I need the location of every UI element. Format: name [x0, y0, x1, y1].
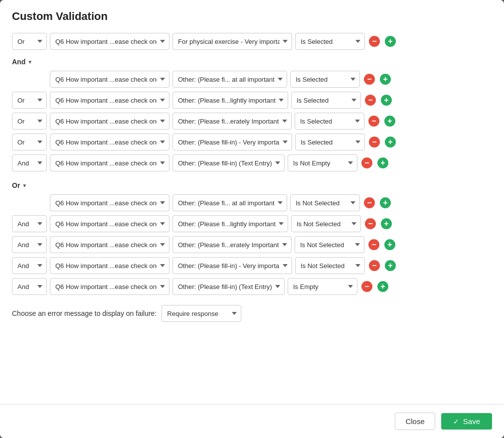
minus-icon: − — [369, 36, 380, 47]
minus-icon: − — [365, 95, 376, 106]
plus-icon: + — [385, 36, 396, 47]
and-row4-condition-select[interactable]: Is Selected Is Not Selected Is Not Empty… — [295, 134, 365, 150]
minus-icon: − — [364, 74, 375, 85]
and-section-header: And ▼ — [12, 58, 492, 66]
close-button[interactable]: Close — [395, 413, 435, 430]
and-row4-question-select[interactable]: Q6 How important ...ease check one... — [50, 134, 169, 150]
or-row3-add-button[interactable]: + — [383, 238, 396, 251]
and-row-3: Or And Q6 How important ...ease check on… — [12, 113, 492, 130]
and-row2-add-button[interactable]: + — [380, 94, 393, 107]
modal-header: Custom Validation — [0, 0, 504, 29]
or-row-2: And Or Q6 How important ...ease check on… — [12, 215, 492, 232]
minus-icon: − — [369, 137, 380, 147]
top-question-select[interactable]: Q6 How important ...ease check one... — [50, 33, 169, 50]
and-row-4: Or And Q6 How important ...ease check on… — [12, 134, 492, 150]
and-row3-remove-button[interactable]: − — [367, 115, 380, 128]
or-row1-remove-button[interactable]: − — [363, 196, 376, 209]
minus-icon: − — [368, 239, 379, 250]
and-row-5: And Or Q6 How important ...ease check on… — [12, 154, 492, 171]
checkmark-icon: ✓ — [453, 418, 459, 426]
and-row2-question-select[interactable]: Q6 How important ...ease check one... — [50, 92, 169, 109]
and-row4-option-select[interactable]: Other: (Please fill-in) - Very important — [172, 134, 292, 150]
and-row1-option-select[interactable]: Other: (Please fi... at all important — [172, 71, 287, 88]
error-message-row: Choose an error message to display on fa… — [12, 305, 492, 322]
and-row5-condition-select[interactable]: Is Not Empty Is Empty Is Selected Is Not… — [288, 154, 357, 171]
modal-title: Custom Validation — [12, 10, 492, 23]
or-row3-option-select[interactable]: Other: (Please fi...erately Important — [172, 236, 292, 253]
and-row5-connector-select[interactable]: And Or — [12, 154, 47, 171]
or-row2-remove-button[interactable]: − — [364, 217, 377, 230]
or-row5-condition-select[interactable]: Is Empty Is Not Empty Is Selected Is Not… — [288, 278, 357, 295]
minus-icon: − — [361, 157, 372, 168]
plus-icon: + — [381, 218, 392, 229]
or-row4-option-select[interactable]: Other: (Please fill-in) - Very important — [172, 257, 292, 274]
and-row1-add-button[interactable]: + — [379, 73, 392, 86]
or-row3-connector-select[interactable]: And Or — [12, 236, 47, 253]
or-row3-condition-select[interactable]: Is Not Selected Is Selected Is Not Empty… — [295, 236, 364, 253]
and-row5-option-select[interactable]: Other: (Please fill-in) (Text Entry) — [172, 154, 285, 171]
or-row3-remove-button[interactable]: − — [367, 238, 380, 251]
or-row3-question-select[interactable]: Q6 How important ...ease check one... — [50, 236, 169, 253]
and-row2-option-select[interactable]: Other: (Please fi...lightly important — [172, 92, 288, 109]
and-row-2: Or And Q6 How important ...ease check on… — [12, 92, 492, 109]
plus-icon: + — [380, 197, 391, 208]
and-row5-add-button[interactable]: + — [376, 156, 389, 169]
or-row1-question-select[interactable]: Q6 How important ...ease check one... — [50, 194, 169, 211]
and-row3-connector-select[interactable]: Or And — [12, 113, 47, 130]
and-row1-question-select[interactable]: Q6 How important ...ease check one... — [50, 71, 169, 88]
minus-icon: − — [361, 281, 372, 292]
plus-icon: + — [381, 95, 392, 106]
or-row4-remove-button[interactable]: − — [368, 259, 381, 272]
and-row3-option-select[interactable]: Other: (Please fi...erately Important — [172, 113, 292, 130]
or-row2-option-select[interactable]: Other: (Please fi...lightly important — [172, 215, 288, 232]
plus-icon: + — [377, 157, 388, 168]
minus-icon: − — [369, 260, 380, 271]
and-row-1: Q6 How important ...ease check one... Ot… — [12, 71, 492, 88]
error-message-select[interactable]: Require response Custom message — [162, 305, 241, 322]
or-row1-condition-select[interactable]: Is Not Selected Is Selected Is Not Empty… — [290, 194, 360, 211]
and-row4-add-button[interactable]: + — [384, 136, 397, 148]
minus-icon: − — [368, 116, 379, 127]
top-condition-row: Or And Q6 How important ...ease check on… — [12, 29, 492, 50]
top-option-select[interactable]: For physical exercise - Very important — [172, 33, 292, 50]
or-row5-remove-button[interactable]: − — [360, 280, 373, 293]
and-row4-connector-select[interactable]: Or And — [12, 134, 47, 150]
and-row1-remove-button[interactable]: − — [363, 73, 376, 86]
and-row3-question-select[interactable]: Q6 How important ...ease check one... — [50, 113, 169, 130]
or-row4-add-button[interactable]: + — [384, 259, 397, 272]
and-row5-question-select[interactable]: Q6 How important ...ease check one... — [50, 154, 169, 171]
top-add-button[interactable]: + — [384, 35, 397, 48]
or-row4-connector-select[interactable]: And Or — [12, 257, 47, 274]
and-row3-add-button[interactable]: + — [383, 115, 396, 128]
modal-body: Or And Q6 How important ...ease check on… — [0, 29, 504, 404]
and-row3-condition-select[interactable]: Is Selected Is Not Selected Is Not Empty… — [295, 113, 364, 130]
or-label: Or ▼ — [12, 181, 27, 189]
or-row4-condition-select[interactable]: Is Not Selected Is Selected Is Not Empty… — [295, 257, 365, 274]
or-row5-option-select[interactable]: Other: (Please fill-in) (Text Entry) — [172, 278, 285, 295]
plus-icon: + — [380, 74, 391, 85]
or-row2-connector-select[interactable]: And Or — [12, 215, 47, 232]
and-row5-remove-button[interactable]: − — [360, 156, 373, 169]
or-row2-question-select[interactable]: Q6 How important ...ease check one... — [50, 215, 169, 232]
or-row1-option-select[interactable]: Other: (Please fi... at all important — [172, 194, 287, 211]
and-dropdown-arrow: ▼ — [27, 59, 32, 65]
save-button[interactable]: ✓ Save — [441, 413, 492, 430]
and-row4-remove-button[interactable]: − — [368, 136, 381, 148]
or-row5-connector-select[interactable]: And Or — [12, 278, 47, 295]
or-row5-question-select[interactable]: Q6 How important ...ease check one... — [50, 278, 169, 295]
and-row1-condition-select[interactable]: Is Selected Is Not Selected Is Not Empty… — [290, 71, 360, 88]
error-message-label: Choose an error message to display on fa… — [12, 309, 157, 317]
and-row2-connector-select[interactable]: Or And — [12, 92, 47, 109]
top-connector-select[interactable]: Or And — [12, 33, 47, 50]
and-row2-condition-select[interactable]: Is Selected Is Not Selected Is Not Empty… — [291, 92, 361, 109]
top-condition-select[interactable]: Is Selected Is Not Selected Is Not Empty… — [295, 33, 365, 50]
or-row4-question-select[interactable]: Q6 How important ...ease check one... — [50, 257, 169, 274]
and-row2-remove-button[interactable]: − — [364, 94, 377, 107]
or-row5-add-button[interactable]: + — [376, 280, 389, 293]
or-row2-add-button[interactable]: + — [380, 217, 393, 230]
plus-icon: + — [384, 116, 395, 127]
top-remove-button[interactable]: − — [368, 35, 381, 48]
or-row1-add-button[interactable]: + — [379, 196, 392, 209]
minus-icon: − — [364, 197, 375, 208]
or-row2-condition-select[interactable]: Is Not Selected Is Selected Is Not Empty… — [291, 215, 361, 232]
